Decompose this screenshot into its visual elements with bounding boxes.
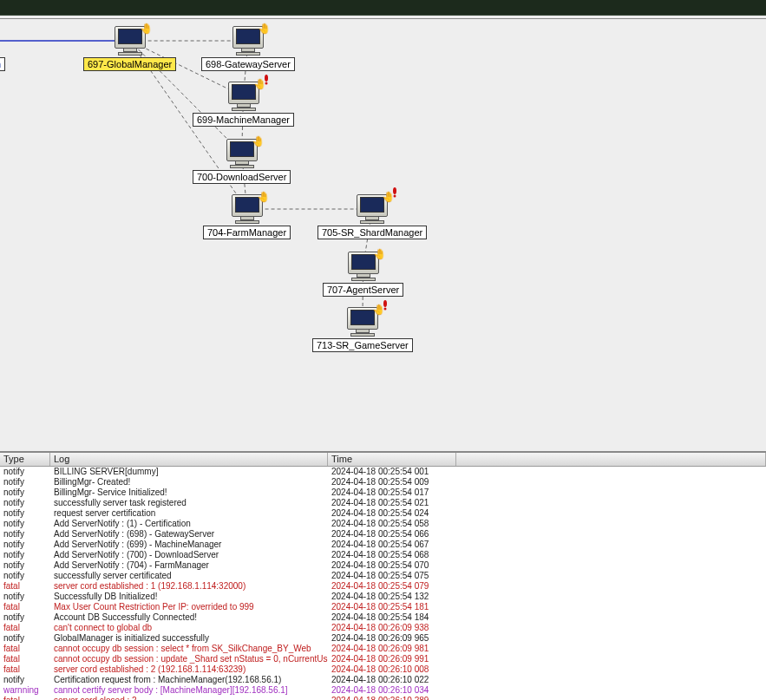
- log-body[interactable]: notifyBILLING SERVER[dummy]2024-04-18 00…: [0, 467, 766, 700]
- node-label[interactable]: 697-GlobalManager: [83, 57, 176, 71]
- log-row[interactable]: fatalcannot occupy db session : select *…: [0, 644, 766, 654]
- log-row[interactable]: fatalMax User Count Restriction Per IP: …: [0, 602, 766, 612]
- node-label[interactable]: ertification: [0, 57, 5, 71]
- log-type: fatal: [0, 623, 50, 633]
- log-type: fatal: [0, 581, 50, 592]
- server-node-gm[interactable]: ✋697-GlobalManager: [83, 26, 176, 71]
- log-time: 2024-04-18 00:26:10 034: [328, 685, 456, 696]
- log-type: warnning: [0, 685, 50, 696]
- log-message: cannot occupy db session : update _Shard…: [50, 654, 328, 664]
- log-row[interactable]: notifyAdd ServerNotify : (699) - Machine…: [0, 540, 766, 550]
- node-label[interactable]: 700-DownloadServer: [193, 170, 291, 184]
- computer-icon: ✋: [231, 26, 265, 56]
- log-message: BillingMgr- Service Initialized!: [50, 487, 328, 498]
- log-type: notify: [0, 508, 50, 519]
- log-row[interactable]: fatalserver cord established : 2 (192.16…: [0, 664, 766, 675]
- node-label[interactable]: 707-AgentServer: [323, 283, 403, 297]
- log-time: 2024-04-18 00:25:54 066: [328, 529, 456, 540]
- log-type: fatal: [0, 664, 50, 675]
- server-node-gw[interactable]: ✋698-GatewayServer: [201, 26, 295, 71]
- log-message: Account DB Successfully Connected!: [50, 612, 328, 623]
- col-log[interactable]: Log: [50, 453, 328, 466]
- log-message: Certification request from : MachineMana…: [50, 675, 328, 685]
- log-message: Add ServerNotify : (704) - FarmManager: [50, 560, 328, 571]
- log-row[interactable]: notifyBILLING SERVER[dummy]2024-04-18 00…: [0, 467, 766, 477]
- computer-icon: ✋: [345, 307, 380, 337]
- server-node-sm[interactable]: ✋705-SR_ShardManager: [318, 194, 427, 239]
- node-label[interactable]: 699-MachineManager: [193, 113, 294, 127]
- node-label[interactable]: 705-SR_ShardManager: [318, 226, 427, 239]
- log-row[interactable]: fatalserver cord closed : 22024-04-18 00…: [0, 696, 766, 700]
- log-message: Successfully DB Initialized!: [50, 592, 328, 602]
- log-row[interactable]: warnningcannot certify server body : [Ma…: [0, 685, 766, 696]
- computer-icon: ✋: [225, 139, 259, 168]
- svg-point-15: [383, 300, 387, 307]
- log-row[interactable]: notifyBillingMgr- Service Initialized!20…: [0, 487, 766, 498]
- node-label[interactable]: 698-GatewayServer: [201, 57, 295, 71]
- log-time: 2024-04-18 00:25:54 181: [328, 602, 456, 612]
- log-type: notify: [0, 633, 50, 644]
- col-rest[interactable]: [456, 453, 766, 466]
- log-row[interactable]: fatalserver cord established : 1 (192.16…: [0, 581, 766, 592]
- alert-icon: [263, 75, 270, 85]
- computer-icon: ✋: [230, 194, 265, 224]
- log-row[interactable]: fatalcan't connect to global db2024-04-1…: [0, 623, 766, 633]
- log-row[interactable]: notifyAdd ServerNotify : (698) - Gateway…: [0, 529, 766, 540]
- log-type: notify: [0, 498, 50, 508]
- log-type: notify: [0, 592, 50, 602]
- log-type: notify: [0, 487, 50, 498]
- log-row[interactable]: notifysuccessfully server certificated20…: [0, 571, 766, 581]
- server-node-mm[interactable]: ✋699-MachineManager: [193, 82, 294, 127]
- log-message: server cord closed : 2: [50, 696, 328, 700]
- svg-point-16: [383, 308, 386, 311]
- log-type: fatal: [0, 696, 50, 700]
- log-time: 2024-04-18 00:25:54 068: [328, 550, 456, 560]
- log-type: notify: [0, 612, 50, 623]
- node-label[interactable]: 704-FarmManager: [203, 226, 291, 239]
- log-time: 2024-04-18 00:26:09 991: [328, 654, 456, 664]
- hand-icon: ✋: [252, 135, 265, 147]
- log-type: notify: [0, 529, 50, 540]
- server-node-dl[interactable]: ✋700-DownloadServer: [193, 139, 291, 184]
- computer-icon: ✋: [346, 252, 381, 281]
- server-node-fm[interactable]: ✋704-FarmManager: [203, 194, 291, 239]
- log-row[interactable]: notifyCertification request from : Machi…: [0, 675, 766, 685]
- log-row[interactable]: notifyGlobalManager is initialized succe…: [0, 633, 766, 644]
- log-row[interactable]: notifyBillingMgr- Created!2024-04-18 00:…: [0, 477, 766, 487]
- log-header[interactable]: Type Log Time: [0, 453, 766, 467]
- hand-icon: ✋: [373, 248, 386, 260]
- alert-icon: [391, 187, 398, 198]
- log-time: 2024-04-18 00:26:10 289: [328, 696, 456, 700]
- log-time: 2024-04-18 00:25:54 132: [328, 592, 456, 602]
- log-row[interactable]: notifyAdd ServerNotify : (1) - Certifica…: [0, 519, 766, 529]
- log-message: server cord established : 1 (192.168.1.1…: [50, 581, 328, 592]
- log-type: notify: [0, 477, 50, 487]
- node-label[interactable]: 713-SR_GameServer: [312, 338, 413, 352]
- log-time: 2024-04-18 00:25:54 058: [328, 519, 456, 529]
- log-panel: Type Log Time notifyBILLING SERVER[dummy…: [0, 451, 766, 700]
- topology-canvas[interactable]: ertification✋697-GlobalManager✋698-Gatew…: [0, 19, 766, 451]
- log-row[interactable]: notifysuccessfully server task registere…: [0, 498, 766, 508]
- log-row[interactable]: notifyAccount DB Successfully Connected!…: [0, 612, 766, 623]
- svg-point-12: [265, 82, 267, 85]
- log-message: Add ServerNotify : (698) - GatewayServer: [50, 529, 328, 540]
- title-bar: [0, 0, 766, 16]
- log-row[interactable]: notifyAdd ServerNotify : (704) - FarmMan…: [0, 560, 766, 571]
- col-time[interactable]: Time: [328, 453, 456, 466]
- log-row[interactable]: notifySuccessfully DB Initialized!2024-0…: [0, 592, 766, 602]
- log-row[interactable]: fatalcannot occupy db session : update _…: [0, 654, 766, 664]
- log-type: notify: [0, 675, 50, 685]
- log-row[interactable]: notifyrequest server certification2024-0…: [0, 508, 766, 519]
- log-time: 2024-04-18 00:26:09 938: [328, 623, 456, 633]
- log-message: successfully server certificated: [50, 571, 328, 581]
- server-node-as[interactable]: ✋707-AgentServer: [323, 252, 403, 297]
- log-message: Max User Count Restriction Per IP: overr…: [50, 602, 328, 612]
- log-time: 2024-04-18 00:26:09 965: [328, 633, 456, 644]
- col-type[interactable]: Type: [0, 453, 50, 466]
- hand-icon: ✋: [140, 23, 153, 35]
- log-message: can't connect to global db: [50, 623, 328, 633]
- server-node-gs[interactable]: ✋713-SR_GameServer: [312, 307, 413, 352]
- log-message: server cord established : 2 (192.168.1.1…: [50, 664, 328, 675]
- server-node-cert[interactable]: ertification: [0, 26, 5, 71]
- log-row[interactable]: notifyAdd ServerNotify : (700) - Downloa…: [0, 550, 766, 560]
